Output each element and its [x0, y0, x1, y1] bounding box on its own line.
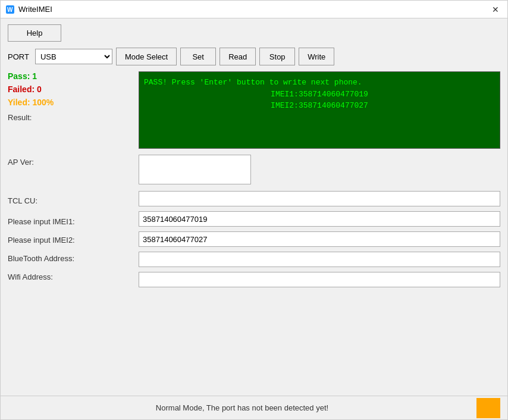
ap-ver-input[interactable]	[139, 155, 251, 184]
imei2-input[interactable]	[139, 231, 500, 247]
set-button[interactable]: Set	[180, 48, 216, 65]
status-indicator	[476, 398, 500, 418]
output-box: PASS! Press 'Enter' button to write next…	[139, 71, 500, 149]
wifi-label: Wifi Address:	[8, 272, 133, 281]
tcl-cu-row	[139, 191, 500, 206]
pass-label: Pass:	[8, 71, 30, 81]
yield-stat: Yiled: 100%	[8, 98, 133, 107]
title-text: WriteIMEI	[18, 5, 52, 14]
imei1-row	[139, 211, 500, 227]
app-icon: W	[5, 5, 15, 14]
imei1-label: Please input IMEI1:	[8, 217, 133, 226]
status-text: Normal Mode, The port has not been detec…	[8, 403, 476, 412]
bluetooth-input[interactable]	[139, 252, 500, 267]
ap-ver-label: AP Ver:	[8, 158, 133, 167]
port-label: PORT	[8, 52, 29, 61]
imei2-row	[139, 231, 500, 247]
mode-select-button[interactable]: Mode Select	[116, 48, 177, 65]
title-bar-left: W WriteIMEI	[5, 5, 52, 14]
pass-value: 1	[32, 71, 37, 81]
yield-value: 100%	[33, 98, 54, 107]
port-select[interactable]: USB COM1 COM2 COM3	[35, 49, 112, 64]
imei1-input[interactable]	[139, 211, 500, 227]
ap-ver-row	[139, 155, 500, 186]
write-button[interactable]: Write	[299, 48, 334, 65]
imei2-label: Please input IMEI2:	[8, 236, 133, 245]
toolbar: Help	[8, 24, 500, 42]
output-line3: IMEI2:358714060477027	[144, 100, 495, 112]
svg-text:W: W	[7, 7, 13, 13]
bluetooth-row	[139, 252, 500, 267]
pass-stat: Pass: 1	[8, 71, 133, 81]
main-content: Help PORT USB COM1 COM2 COM3 Mode Select…	[1, 18, 507, 298]
failed-value: 0	[37, 84, 42, 94]
output-line2: IMEI1:358714060477019	[144, 89, 495, 101]
tcl-cu-input[interactable]	[139, 191, 500, 206]
bluetooth-label: BlueTooth Address:	[8, 254, 133, 263]
read-button[interactable]: Read	[219, 48, 256, 65]
right-panel: PASS! Press 'Enter' button to write next…	[139, 71, 500, 292]
close-button[interactable]: ✕	[488, 4, 503, 15]
result-label: Result:	[8, 113, 133, 122]
title-bar: W WriteIMEI ✕	[1, 1, 507, 18]
top-controls: PORT USB COM1 COM2 COM3 Mode Select Set …	[8, 48, 500, 65]
help-button[interactable]: Help	[8, 24, 61, 42]
body-area: Pass: 1 Failed: 0 Yiled: 100% Result: AP…	[8, 71, 500, 292]
output-line1: PASS! Press 'Enter' button to write next…	[144, 77, 495, 89]
wifi-input[interactable]	[139, 272, 500, 287]
yield-label: Yiled:	[8, 98, 30, 107]
status-bar: Normal Mode, The port has not been detec…	[1, 396, 507, 419]
stop-button[interactable]: Stop	[259, 48, 295, 65]
app-window: W WriteIMEI ✕ Help PORT USB COM1 COM2 CO…	[0, 0, 508, 420]
left-panel: Pass: 1 Failed: 0 Yiled: 100% Result: AP…	[8, 71, 133, 292]
failed-stat: Failed: 0	[8, 84, 133, 94]
tcl-cu-label: TCL CU:	[8, 196, 133, 205]
wifi-row	[139, 272, 500, 287]
failed-label: Failed:	[8, 84, 35, 94]
